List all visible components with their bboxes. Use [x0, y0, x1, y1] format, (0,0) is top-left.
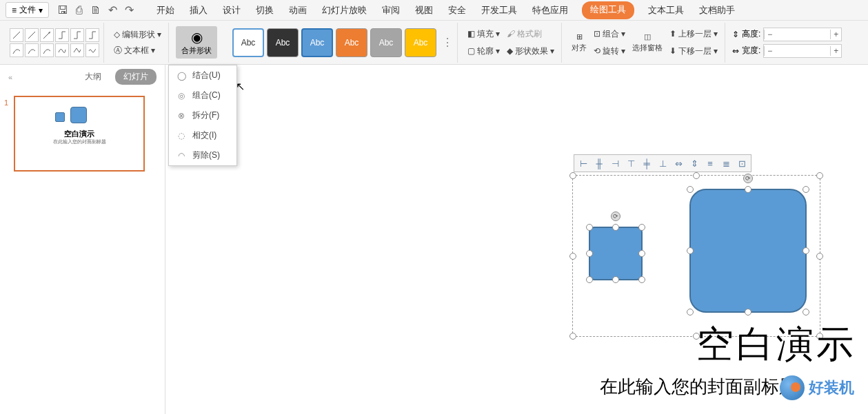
- resize-handle[interactable]: [693, 172, 700, 179]
- select-pane-button[interactable]: ◫选择窗格: [629, 31, 665, 54]
- shape-effect-button[interactable]: ◆形状效果▾: [504, 44, 557, 59]
- resize-handle[interactable]: [638, 224, 645, 231]
- resize-handle[interactable]: [803, 186, 809, 193]
- style-swatch-gray[interactable]: Abc: [370, 28, 402, 57]
- undo-icon[interactable]: ↶: [107, 5, 118, 16]
- print-icon[interactable]: ⎙: [74, 5, 85, 16]
- gallery-more-icon[interactable]: ⋮: [442, 36, 453, 49]
- plus-icon[interactable]: +: [830, 46, 841, 56]
- outline-tab[interactable]: 大纲: [79, 69, 107, 85]
- resize-handle[interactable]: [803, 247, 809, 254]
- resize-handle[interactable]: [638, 250, 645, 257]
- align-right-icon[interactable]: ⊣: [607, 156, 623, 170]
- merge-shapes-button[interactable]: ◉ 合并形状: [176, 26, 217, 59]
- save-icon[interactable]: 🖫: [57, 5, 68, 16]
- curve-shape[interactable]: [10, 43, 23, 57]
- style-swatch-orange[interactable]: Abc: [336, 28, 367, 57]
- align-bottom-icon[interactable]: ⊥: [655, 156, 670, 170]
- distribute-h-icon[interactable]: ⇔: [671, 156, 686, 170]
- connector-shape[interactable]: [55, 28, 69, 42]
- height-input[interactable]: −+: [763, 28, 842, 41]
- freeform-shape[interactable]: [55, 43, 69, 57]
- minus-icon[interactable]: −: [764, 46, 775, 56]
- freeform-shape[interactable]: [70, 43, 84, 57]
- resize-handle[interactable]: [586, 250, 593, 257]
- outline-button[interactable]: ▢轮廓▾: [465, 44, 503, 59]
- tab-animation[interactable]: 动画: [287, 1, 308, 19]
- collapse-panel-icon[interactable]: «: [8, 73, 12, 81]
- resize-handle[interactable]: [638, 276, 645, 283]
- group-button[interactable]: ⊡组合▾: [591, 27, 628, 41]
- slide-canvas[interactable]: ⊢ ╫ ⊣ ⊤ ╪ ⊥ ⇔ ⇕ ≡ ≣ ⊡ ⟳: [165, 65, 868, 414]
- resize-handle[interactable]: [586, 224, 593, 231]
- format-painter-button[interactable]: 🖌格式刷: [504, 27, 557, 41]
- resize-handle[interactable]: [569, 333, 576, 340]
- rotate-handle[interactable]: ⟳: [743, 174, 753, 183]
- align-middle-icon[interactable]: ╪: [639, 156, 654, 170]
- tab-insert[interactable]: 插入: [188, 1, 209, 19]
- slide-thumbnail[interactable]: 空白演示 在此输入您的封面副标题: [14, 96, 145, 172]
- resize-handle[interactable]: [687, 309, 694, 315]
- slides-tab[interactable]: 幻灯片: [115, 69, 157, 85]
- resize-handle[interactable]: [745, 309, 751, 315]
- file-menu-button[interactable]: ≡ 文件 ▾: [6, 2, 49, 18]
- menu-intersect[interactable]: ◌相交(I): [169, 125, 236, 145]
- line-shape[interactable]: [25, 28, 39, 42]
- move-up-button[interactable]: ⬆上移一层▾: [667, 27, 720, 41]
- shape-style-gallery[interactable]: Abc Abc Abc Abc Abc Abc: [228, 28, 441, 57]
- preview-icon[interactable]: 🗎: [90, 5, 101, 16]
- tab-devtools[interactable]: 开发工具: [480, 1, 518, 19]
- distribute-v-icon[interactable]: ⇕: [687, 156, 702, 170]
- tab-design[interactable]: 设计: [221, 1, 242, 19]
- shape-large-rounded-square[interactable]: ⟳: [689, 189, 807, 313]
- shape-lines-gallery[interactable]: [10, 28, 99, 57]
- width-field[interactable]: [775, 47, 830, 55]
- equal-height-icon[interactable]: ≣: [718, 156, 734, 170]
- tab-dochelper[interactable]: 文档助手: [698, 1, 736, 19]
- move-down-button[interactable]: ⬇下移一层▾: [667, 44, 720, 59]
- menu-subtract[interactable]: ◠剪除(S): [169, 145, 236, 165]
- rotate-handle[interactable]: ⟳: [611, 211, 620, 221]
- align-center-icon[interactable]: ╫: [592, 156, 607, 170]
- tab-transition[interactable]: 切换: [254, 1, 275, 19]
- resize-handle[interactable]: [687, 247, 694, 254]
- resize-handle[interactable]: [745, 186, 751, 193]
- resize-handle[interactable]: [569, 172, 576, 179]
- height-field[interactable]: [775, 30, 830, 39]
- slide-subtitle-text[interactable]: 在此输入您的封面副标题: [600, 375, 797, 399]
- align-button[interactable]: ⊞对齐: [569, 31, 589, 54]
- scribble-shape[interactable]: [85, 43, 99, 57]
- tab-drawtools[interactable]: 绘图工具: [582, 1, 634, 19]
- menu-fragment[interactable]: ⊗拆分(F): [169, 105, 236, 125]
- resize-handle[interactable]: [816, 172, 823, 179]
- minus-icon[interactable]: −: [764, 30, 775, 39]
- resize-handle[interactable]: [803, 309, 809, 315]
- style-swatch-gold[interactable]: Abc: [405, 28, 436, 57]
- equal-width-icon[interactable]: ≡: [703, 156, 718, 170]
- fill-button[interactable]: ◧填充▾: [465, 27, 503, 41]
- redo-icon[interactable]: ↷: [123, 5, 134, 16]
- align-top-icon[interactable]: ⊤: [623, 156, 638, 170]
- textbox-button[interactable]: Ⓐ文本框▾: [111, 43, 164, 58]
- width-input[interactable]: −+: [763, 44, 842, 58]
- style-swatch-blue[interactable]: Abc: [301, 28, 333, 57]
- tab-texttools[interactable]: 文本工具: [647, 1, 685, 19]
- group-icon[interactable]: ⊡: [734, 156, 749, 170]
- resize-handle[interactable]: [612, 276, 619, 283]
- tab-start[interactable]: 开始: [155, 1, 176, 19]
- align-left-icon[interactable]: ⊢: [576, 156, 591, 170]
- tab-review[interactable]: 审阅: [381, 1, 401, 19]
- rotate-button[interactable]: ⟲旋转▾: [591, 44, 628, 59]
- connector-shape[interactable]: [70, 28, 84, 42]
- resize-handle[interactable]: [569, 253, 576, 260]
- shape-small-square[interactable]: ⟳: [589, 227, 643, 280]
- tab-security[interactable]: 安全: [447, 1, 467, 19]
- arrow-shape[interactable]: [40, 28, 54, 42]
- slide-title-text[interactable]: 空白演示: [696, 320, 856, 370]
- curve-shape[interactable]: [40, 43, 54, 57]
- style-swatch-white[interactable]: Abc: [232, 28, 264, 57]
- tab-featured[interactable]: 特色应用: [531, 1, 569, 19]
- resize-handle[interactable]: [586, 276, 593, 283]
- curve-shape[interactable]: [25, 43, 39, 57]
- tab-view[interactable]: 视图: [414, 1, 434, 19]
